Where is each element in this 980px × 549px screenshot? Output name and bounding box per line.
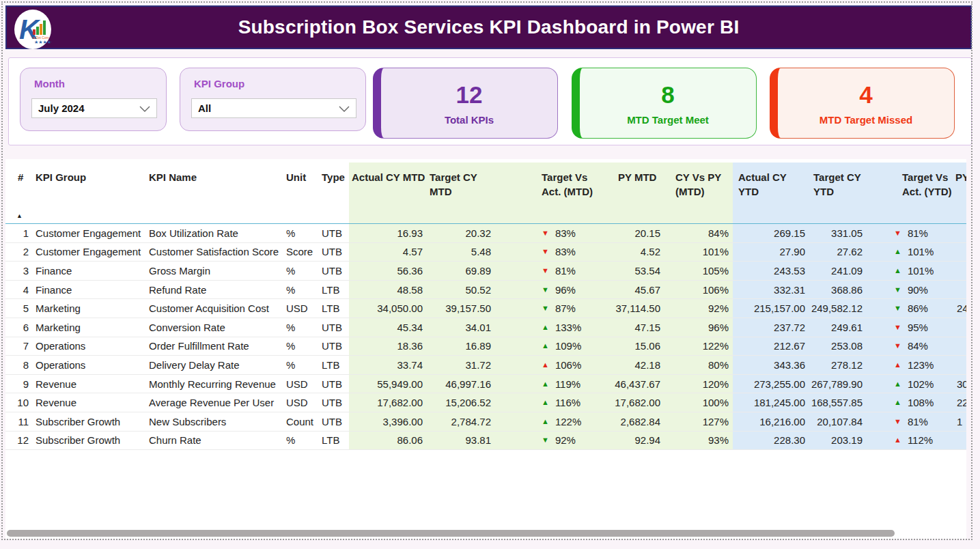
column-header-label: # xyxy=(18,170,33,184)
cell-unit: Score xyxy=(283,243,319,262)
cell-tva_mtd: ▲119% xyxy=(495,375,598,393)
table-row[interactable]: 9RevenueMonthly Recurring RevenueUSDUTB5… xyxy=(5,375,966,394)
table-row[interactable]: 6MarketingConversion Rate%UTB45.3434.01▲… xyxy=(5,318,966,337)
cell-py_mtd: 92.94 xyxy=(598,432,664,450)
cell-name: Order Fulfillment Rate xyxy=(146,337,283,356)
table-row[interactable]: 12Subscriber GrowthChurn Rate%LTB86.0693… xyxy=(5,432,966,451)
table-row[interactable]: 8OperationsDelivery Delay Rate%LTB33.743… xyxy=(5,356,966,375)
column-header-actual_ytd[interactable]: Actual CY YTD xyxy=(733,163,809,223)
cell-tva_mtd-value: 83% xyxy=(555,227,576,239)
table-row[interactable]: 7OperationsOrder Fulfillment Rate%UTB18.… xyxy=(5,337,966,356)
chevron-down-icon[interactable] xyxy=(339,102,350,114)
table-row[interactable]: 5MarketingCustomer Acquisition CostUSDLT… xyxy=(5,299,966,318)
table-row[interactable]: 10RevenueAverage Revenue Per UserUSDUTB1… xyxy=(5,393,966,412)
cell-target_mtd: 50.52 xyxy=(427,281,495,299)
column-header-py_mtd[interactable]: PY MTD xyxy=(598,163,664,223)
cell-type: UTB xyxy=(319,243,349,262)
cell-group: Operations xyxy=(33,356,146,374)
cell-tva_mtd-value: 92% xyxy=(555,434,576,446)
cell-py_mtd: 53.54 xyxy=(598,262,664,280)
cell-py_ytd xyxy=(954,432,966,450)
cell-cyvspy_mtd: 80% xyxy=(664,356,733,374)
month-dropdown[interactable]: July 2024 xyxy=(31,98,157,118)
trend-up-icon: ▲ xyxy=(894,399,901,406)
chevron-down-icon[interactable] xyxy=(139,102,150,114)
column-header-tva_ytd[interactable]: Target Vs Act. (YTD) xyxy=(891,163,954,223)
column-header-py_ytd[interactable]: PY xyxy=(954,163,966,223)
cell-target_ytd: 27.62 xyxy=(809,243,867,262)
cell-tva_mtd: ▼87% xyxy=(495,299,598,318)
cell-actual_ytd: 269.15 xyxy=(733,224,809,242)
table-row[interactable]: 1Customer EngagementBox Utilization Rate… xyxy=(5,224,966,243)
column-header-group[interactable]: KPI Group xyxy=(33,163,146,223)
trend-up-icon: ▲ xyxy=(542,361,549,369)
cell-unit: % xyxy=(283,224,319,242)
kpi-group-dropdown-value: All xyxy=(198,102,211,114)
cell-actual_ytd: 181,245.00 xyxy=(733,393,809,412)
table-row[interactable]: 3FinanceGross Margin%UTB56.3669.89▼81%53… xyxy=(5,262,966,281)
column-header-label: Actual CY YTD xyxy=(738,170,787,199)
cell-actual_mtd: 33.74 xyxy=(349,356,427,374)
cell-actual_mtd: 16.93 xyxy=(349,224,427,242)
kpi-group-filter-label: KPI Group xyxy=(194,78,244,89)
column-header-name[interactable]: KPI Name xyxy=(146,163,283,223)
mtd-target-missed-value: 4 xyxy=(859,81,872,109)
cell-target_ytd: 253.08 xyxy=(809,337,867,356)
table-row[interactable]: 4FinanceRefund Rate%LTB48.5850.52▼96%45.… xyxy=(5,281,966,300)
column-header-cyvspy_mtd[interactable]: CY Vs PY (MTD) xyxy=(664,163,733,223)
cell-py_ytd xyxy=(954,356,966,374)
cell-actual_ytd: 243.53 xyxy=(733,262,809,280)
column-header-tva_mtd[interactable]: Target Vs Act. (MTD) xyxy=(495,163,598,223)
cell-num: 2 xyxy=(15,243,33,262)
cell-type: LTB xyxy=(319,299,349,318)
cell-num: 11 xyxy=(15,412,33,431)
cell-target_mtd: 69.89 xyxy=(427,262,495,280)
trend-down-icon: ▼ xyxy=(894,324,901,331)
cell-cyvspy_mtd: 100% xyxy=(664,393,733,412)
cell-py_mtd: 45.67 xyxy=(598,281,664,299)
cell-target_mtd: 5.48 xyxy=(427,243,495,262)
cell-py_mtd: 37,114.50 xyxy=(598,299,664,318)
cell-cyvspy_mtd: 127% xyxy=(664,412,733,431)
cell-tva_ytd-value: 101% xyxy=(908,246,934,257)
kpi-group-dropdown[interactable]: All xyxy=(191,98,356,118)
cell-type: UTB xyxy=(319,262,349,280)
sort-ascending-icon[interactable]: ▲ xyxy=(16,212,23,219)
cell-unit: % xyxy=(283,281,319,299)
trend-up-icon: ▲ xyxy=(894,436,901,444)
cell-name: Monthly Recurring Revenue xyxy=(146,375,283,393)
cell-tva_ytd: ▲101% xyxy=(891,262,954,280)
column-header-unit[interactable]: Unit xyxy=(283,163,319,223)
column-header-label: Unit xyxy=(286,170,319,184)
trend-down-icon: ▼ xyxy=(542,267,549,274)
table-row[interactable]: 2Customer EngagementCustomer Satisfactio… xyxy=(5,243,966,262)
cell-actual_mtd: 3,396.00 xyxy=(349,412,427,431)
cell-name: Customer Satisfaction Score xyxy=(146,243,283,262)
cell-tva_ytd: ▲101% xyxy=(891,243,954,262)
cell-spacer xyxy=(867,412,891,431)
column-header-type[interactable]: Type xyxy=(319,163,349,223)
column-header-target_ytd[interactable]: Target CY YTD xyxy=(809,163,867,223)
column-header-target_mtd[interactable]: Target CY MTD xyxy=(427,163,495,223)
cell-tva_ytd: ▼95% xyxy=(891,318,954,337)
logo-icon: K a Dot Com ★★★★★ xyxy=(14,9,52,50)
cell-target_ytd: 241.09 xyxy=(809,262,867,280)
cell-name: New Subscribers xyxy=(146,412,283,431)
cell-group: Revenue xyxy=(33,375,146,393)
cell-unit: USD xyxy=(283,299,319,318)
cell-actual_ytd: 212.67 xyxy=(733,337,809,356)
cell-py_mtd: 2,682.84 xyxy=(598,412,664,431)
page-title: Subscription Box Services KPI Dashboard … xyxy=(238,16,740,38)
horizontal-scrollbar[interactable] xyxy=(7,530,895,537)
kpi-table: ▲ #KPI GroupKPI NameUnitTypeActual CY MT… xyxy=(5,159,966,539)
column-header-actual_mtd[interactable]: Actual CY MTD xyxy=(349,163,427,223)
trend-down-icon: ▼ xyxy=(894,418,901,425)
table-row[interactable]: 11Subscriber GrowthNew SubscribersCountU… xyxy=(5,412,966,432)
cell-group: Customer Engagement xyxy=(33,243,146,262)
cell-tva_mtd-value: 119% xyxy=(555,378,580,390)
cell-group: Finance xyxy=(33,281,146,299)
cell-tva_mtd: ▼81% xyxy=(495,262,598,280)
cell-type: UTB xyxy=(319,375,349,393)
column-header-label: KPI Group xyxy=(36,170,146,184)
filter-kpi-panel: Month July 2024 KPI Group All 12 Total K… xyxy=(8,57,972,145)
